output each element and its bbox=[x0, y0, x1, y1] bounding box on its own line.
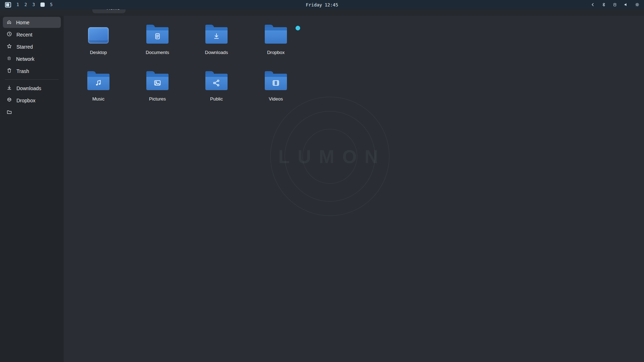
workspace-5[interactable]: 5 bbox=[50, 2, 53, 7]
trash-icon bbox=[6, 68, 12, 74]
top-bar: 1235 Friday 12:45 bbox=[0, 0, 644, 9]
star-icon bbox=[6, 43, 12, 50]
workspace-switcher[interactable]: 1235 bbox=[0, 2, 53, 8]
folder-download-icon bbox=[205, 27, 228, 44]
folder-icon bbox=[265, 27, 287, 44]
sidebar-item-downloads[interactable]: Downloads bbox=[3, 83, 61, 94]
workspace-1[interactable]: 1 bbox=[16, 2, 19, 7]
files-sidebar: HomeRecentStarredNetworkTrashDownloadsDr… bbox=[0, 16, 64, 124]
chevron-left-icon[interactable] bbox=[590, 2, 595, 7]
volume-icon[interactable] bbox=[624, 2, 629, 7]
sidebar-item-network[interactable]: Network bbox=[3, 53, 61, 64]
folder-item-pictures[interactable]: Pictures bbox=[131, 69, 184, 102]
folder-item-documents[interactable]: Documents bbox=[131, 22, 184, 55]
folder-item-desktop[interactable]: Desktop bbox=[72, 22, 125, 55]
sidebar-item-starred[interactable]: Starred bbox=[3, 41, 61, 52]
sidebar-item-recent[interactable]: Recent bbox=[3, 29, 61, 40]
sidebar-item-bookmark[interactable] bbox=[3, 107, 61, 118]
files-window: Files Home HomeRecentStarredNetworkTrash… bbox=[0, 0, 314, 124]
folder-item-downloads[interactable]: Downloads bbox=[190, 22, 243, 55]
network-icon bbox=[6, 56, 12, 62]
network-icon[interactable] bbox=[612, 2, 618, 7]
display-icon bbox=[5, 2, 11, 8]
folder-share-icon bbox=[205, 74, 228, 90]
desktop-icon bbox=[88, 27, 109, 44]
recent-icon bbox=[6, 31, 12, 38]
sidebar-item-home[interactable]: Home bbox=[3, 17, 61, 28]
folder-item-music[interactable]: Music bbox=[72, 69, 125, 102]
download-icon bbox=[6, 85, 12, 92]
folder-videos-icon bbox=[265, 74, 287, 90]
workspace-3[interactable]: 3 bbox=[32, 2, 35, 7]
bluetooth-icon[interactable] bbox=[601, 2, 606, 7]
folder-pictures-icon bbox=[146, 74, 169, 90]
folder-item-public[interactable]: Public bbox=[190, 69, 243, 102]
folder-documents-icon bbox=[146, 27, 169, 44]
sidebar-item-dropbox[interactable]: Dropbox bbox=[3, 95, 61, 106]
dropbox-icon bbox=[6, 97, 12, 104]
files-content: DesktopDocumentsDownloadsDropboxMusicPic… bbox=[64, 16, 314, 124]
clock: Friday 12:45 bbox=[0, 2, 644, 8]
settings-icon[interactable] bbox=[635, 2, 640, 7]
desktop: 1235 Friday 12:45 LUMON Work 1:omarchy2:… bbox=[0, 0, 644, 362]
folder-item-videos[interactable]: Videos bbox=[249, 69, 303, 102]
sync-badge bbox=[295, 25, 301, 31]
sidebar-divider bbox=[5, 79, 59, 80]
workspace-4-active[interactable] bbox=[40, 3, 45, 7]
workspace-2[interactable]: 2 bbox=[24, 2, 27, 7]
folder-music-icon bbox=[87, 74, 109, 90]
folder-icon bbox=[6, 109, 12, 116]
system-tray[interactable] bbox=[590, 0, 640, 9]
home-icon bbox=[6, 19, 12, 26]
sidebar-item-trash[interactable]: Trash bbox=[3, 65, 61, 77]
